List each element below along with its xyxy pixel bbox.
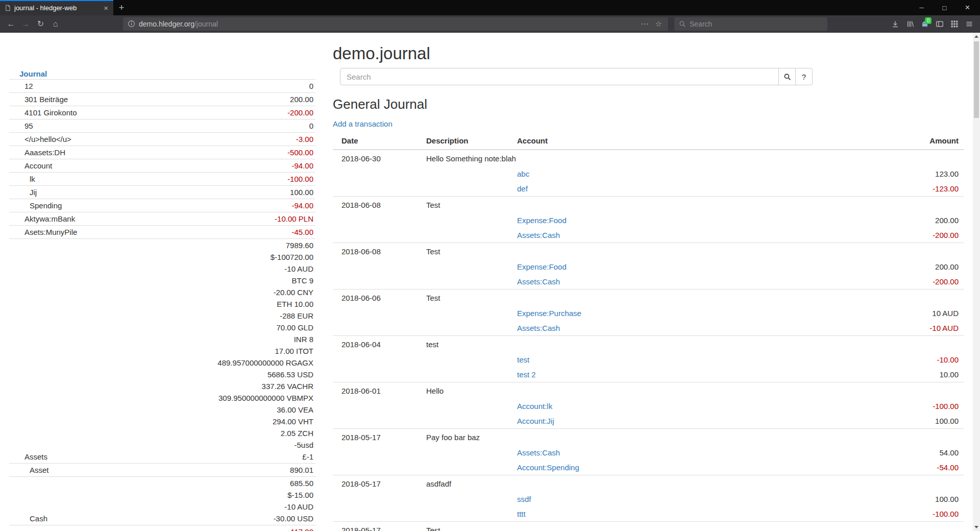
balance-amount: 685.50 [137, 477, 314, 489]
posting-account-link[interactable]: ssdf [517, 495, 531, 503]
transaction-date: 2018-06-08 [333, 197, 421, 213]
sidebar-account-link[interactable]: lk [30, 175, 35, 183]
posting-account-link[interactable]: Account:Spending [517, 463, 579, 472]
register-header-row: Date Description Account Amount [333, 132, 964, 150]
sidebars-icon[interactable] [932, 17, 947, 31]
search-help-button[interactable]: ? [795, 68, 813, 85]
transaction-row[interactable]: 2018-05-17Pay foo bar baz [333, 429, 964, 446]
account-name-cell: Account [9, 159, 137, 173]
posting-account-link[interactable]: tttt [517, 510, 526, 518]
home-icon[interactable]: ⌂ [48, 17, 63, 31]
posting-account-link[interactable]: test 2 [517, 370, 536, 379]
extension-badge: 0 [925, 17, 932, 24]
transaction-row[interactable]: 2018-06-06Test [333, 289, 964, 306]
bookmark-star-icon[interactable]: ☆ [654, 19, 664, 29]
page-scrollbar[interactable] [973, 33, 980, 531]
forward-icon[interactable]: → [18, 17, 33, 31]
account-row: lk-100.00 [9, 173, 315, 186]
account-balance-cell: -117.00 [137, 525, 316, 531]
sidebar-account-link[interactable]: Assets [24, 452, 47, 461]
balance-amount: -100.00 [137, 173, 314, 185]
posting-account-link[interactable]: Expense:Food [517, 216, 567, 225]
transaction-row[interactable]: 2018-06-01Hello [333, 382, 964, 399]
tab-close-icon[interactable]: × [102, 4, 110, 12]
account-name-cell [9, 525, 137, 531]
transaction-row[interactable]: 2018-06-08Test [333, 243, 964, 260]
posting-row: ssdf100.00 [333, 492, 964, 506]
scrollbar-up-arrow[interactable] [973, 33, 980, 40]
account-row: </u>hello</u>-3.00 [9, 133, 315, 146]
sidebar-account-link[interactable]: Aaasets:DH [24, 148, 65, 157]
sidebar-journal-link[interactable]: Journal [19, 69, 47, 78]
posting-row: tttt-100.00 [333, 506, 964, 522]
transaction-description: asdfadf [421, 475, 811, 492]
sidebar-account-link[interactable]: 301 Beiträge [24, 95, 68, 104]
posting-account-link[interactable]: Expense:Purchase [517, 309, 581, 318]
account-name-cell: 95 [9, 119, 137, 133]
window-minimize-button[interactable]: ─ [910, 0, 933, 15]
account-name-cell: Assets [9, 239, 137, 464]
transaction-amount-cell [811, 289, 964, 306]
new-tab-button[interactable]: + [113, 0, 130, 15]
balance-amount: 890.01 [137, 464, 314, 476]
account-balance-cell: -94.00 [137, 159, 316, 173]
browser-search-field[interactable]: Search [674, 17, 827, 31]
sidebar-account-link[interactable]: </u>hello</u> [24, 135, 71, 143]
account-balance-cell: -3.00 [137, 133, 316, 146]
back-icon[interactable]: ← [4, 17, 18, 31]
url-text[interactable]: demo.hledger.org/journal [139, 20, 218, 28]
transaction-row[interactable]: 2018-05-17Test [333, 522, 964, 531]
sidebar-account-link[interactable]: 4101 Girokonto [24, 108, 77, 117]
library-icon[interactable] [902, 17, 917, 31]
sidebar-account-link[interactable]: Spending [30, 201, 62, 210]
url-bar[interactable]: demo.hledger.org/journal ⋯ ☆ [123, 17, 668, 31]
scrollbar-thumb[interactable] [974, 41, 979, 118]
transaction-row[interactable]: 2018-06-08Test [333, 197, 964, 213]
balance-amount: 200.00 [137, 93, 314, 105]
posting-amount: 200.00 [811, 213, 964, 228]
posting-account-link[interactable]: test [517, 355, 529, 364]
posting-account-link[interactable]: Account:Jij [517, 417, 554, 425]
account-balance-cell: 100.00 [137, 186, 316, 199]
window-maximize-button[interactable]: □ [933, 0, 956, 15]
search-button[interactable] [778, 68, 796, 85]
add-transaction-link[interactable]: Add a transaction [333, 119, 393, 128]
journal-search-input[interactable] [340, 68, 779, 85]
browser-tab[interactable]: journal - hledger-web × [0, 0, 113, 15]
scrollbar-down-arrow[interactable] [973, 523, 980, 531]
posting-row: test-10.00 [333, 352, 964, 367]
posting-account-link[interactable]: Assets:Cash [517, 231, 560, 239]
transaction-row[interactable]: 2018-06-30Hello Something note:blah [333, 150, 964, 166]
reload-icon[interactable]: ↻ [33, 17, 48, 31]
balance-amount: £-1 [137, 451, 314, 463]
sidebar-account-link[interactable]: Aktywa:mBank [24, 214, 75, 223]
sidebar-account-link[interactable]: 12 [24, 82, 33, 90]
sidebar-account-link[interactable]: Account [24, 161, 52, 170]
extension-icon[interactable]: 0 [917, 17, 932, 31]
site-info-icon[interactable] [128, 20, 135, 28]
posting-account-cell: Account:Jij [512, 414, 811, 429]
sidebar-account-link[interactable]: Asets:MunyPile [24, 228, 77, 236]
transaction-row[interactable]: 2018-06-04test [333, 336, 964, 353]
posting-account-link[interactable]: Account:lk [517, 402, 552, 411]
posting-account-link[interactable]: abc [517, 170, 529, 178]
downloads-icon[interactable] [888, 17, 902, 31]
transaction-row[interactable]: 2018-05-17asdfadf [333, 475, 964, 492]
menu-icon[interactable] [962, 17, 976, 31]
account-row: 120 [9, 80, 315, 93]
posting-account-link[interactable]: Assets:Cash [517, 324, 560, 332]
account-row: Jij100.00 [9, 186, 315, 199]
sidebar-account-link[interactable]: Asset [30, 466, 49, 474]
grid-icon[interactable] [947, 17, 962, 31]
posting-amount: 10.00 [811, 367, 964, 382]
sidebar-account-link[interactable]: Jij [30, 188, 37, 197]
posting-account-link[interactable]: def [517, 184, 528, 193]
posting-account-link[interactable]: Assets:Cash [517, 277, 560, 286]
posting-account-cell: def [512, 181, 811, 197]
sidebar-account-link[interactable]: Cash [30, 514, 47, 523]
window-close-button[interactable]: × [956, 0, 979, 15]
posting-account-link[interactable]: Assets:Cash [517, 448, 560, 457]
posting-account-link[interactable]: Expense:Food [517, 262, 567, 271]
page-actions-icon[interactable]: ⋯ [640, 19, 650, 29]
sidebar-account-link[interactable]: 95 [24, 122, 33, 130]
